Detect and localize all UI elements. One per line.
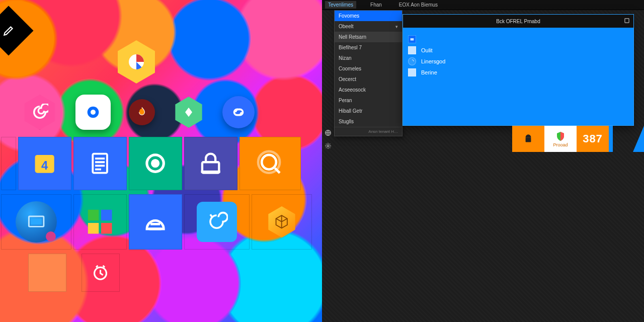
item-icon bbox=[408, 46, 416, 54]
tile-clock[interactable] bbox=[82, 254, 120, 292]
spiral-icon bbox=[31, 104, 48, 121]
svg-point-10 bbox=[262, 155, 276, 170]
dd-item-2[interactable]: Nell Retsarn bbox=[335, 32, 402, 42]
monitor-icon bbox=[25, 211, 47, 233]
menu-item-2[interactable]: EOX Aon Biemus bbox=[396, 1, 441, 9]
dd-item-6[interactable]: Oecerct bbox=[335, 74, 402, 85]
window-action-icon[interactable] bbox=[623, 17, 630, 24]
app-icon-camera[interactable] bbox=[75, 95, 111, 130]
entry-3[interactable]: Berine bbox=[408, 67, 628, 78]
target-icon bbox=[141, 149, 170, 178]
shield-icon bbox=[554, 130, 567, 142]
entry-1[interactable]: Oulit bbox=[408, 45, 628, 56]
dd-item-5[interactable]: Coomeles bbox=[335, 63, 402, 74]
app-icon-link[interactable] bbox=[222, 96, 255, 128]
tray-edge bbox=[633, 126, 644, 152]
windows-icon bbox=[86, 207, 114, 236]
tile-row-1: 4 bbox=[0, 136, 322, 191]
window-body: Oulit Linersgod Berine bbox=[403, 28, 633, 84]
window-title: Bck OFREL Prnabd bbox=[496, 19, 540, 24]
menu-item-1[interactable]: Fhan bbox=[367, 1, 385, 9]
link-icon bbox=[230, 104, 247, 121]
calendar-icon: 4 bbox=[30, 149, 59, 178]
svg-text:4: 4 bbox=[41, 158, 48, 172]
dd-footer: Ansn tenant H… bbox=[335, 127, 402, 136]
svg-point-20 bbox=[327, 145, 329, 147]
dd-item-10[interactable]: Stuglls bbox=[335, 116, 402, 127]
swirl-icon bbox=[206, 211, 227, 232]
diamond-icon bbox=[182, 105, 196, 119]
tile-drive[interactable] bbox=[129, 194, 182, 250]
svg-point-2 bbox=[91, 110, 96, 115]
pie-icon bbox=[126, 52, 146, 72]
pencil-icon bbox=[2, 24, 15, 37]
tile-spacer bbox=[1, 137, 16, 190]
item-icon bbox=[408, 68, 416, 76]
tile-target[interactable] bbox=[129, 137, 182, 190]
document-icon bbox=[86, 149, 114, 178]
app-icon-row bbox=[0, 90, 322, 135]
flame-icon bbox=[135, 106, 148, 119]
globe-icon[interactable] bbox=[324, 129, 332, 137]
svg-rect-9 bbox=[201, 171, 220, 173]
svg-rect-17 bbox=[101, 223, 112, 233]
android-icon bbox=[522, 132, 535, 145]
tile-blank[interactable] bbox=[28, 254, 66, 292]
dd-item-0[interactable]: Fovomes bbox=[335, 11, 402, 21]
svg-point-7 bbox=[152, 160, 158, 167]
entry-2[interactable]: Linersgod bbox=[408, 56, 628, 67]
tray: Prooad 387 bbox=[512, 126, 613, 152]
dd-item-9[interactable]: Hiball Getr bbox=[335, 106, 402, 116]
tile-swirl[interactable] bbox=[184, 194, 250, 250]
tile-calendar[interactable]: 4 bbox=[18, 137, 71, 190]
svg-rect-16 bbox=[88, 223, 99, 233]
tile-document[interactable] bbox=[73, 137, 127, 190]
tray-accent bbox=[609, 126, 613, 152]
svg-rect-13 bbox=[31, 218, 42, 225]
dd-item-3[interactable]: Biefihesl 7 bbox=[335, 42, 402, 53]
badge-icon bbox=[46, 231, 56, 242]
svg-rect-23 bbox=[526, 138, 531, 142]
folder-icon bbox=[408, 35, 416, 43]
tile-row-3 bbox=[0, 253, 322, 293]
dd-item-4[interactable]: Nizan bbox=[335, 53, 402, 63]
dd-item-1[interactable]: Obeelt▾ bbox=[335, 21, 402, 32]
gear-icon[interactable] bbox=[324, 142, 332, 150]
app-icon-spiral[interactable] bbox=[22, 95, 57, 130]
app-window: Bck OFREL Prnabd Oulit Linersgod Berine bbox=[403, 14, 634, 126]
svg-rect-22 bbox=[411, 38, 414, 41]
svg-rect-21 bbox=[625, 19, 629, 23]
cube-icon bbox=[273, 213, 290, 230]
tile-monitor[interactable] bbox=[1, 194, 71, 250]
app-icon-diamond[interactable] bbox=[173, 97, 204, 128]
tile-grid: 4 bbox=[0, 136, 322, 293]
lock-icon bbox=[196, 149, 225, 178]
drive-icon bbox=[141, 207, 170, 236]
clock-icon bbox=[90, 262, 111, 283]
tile-row-2 bbox=[0, 193, 322, 251]
tile-cube[interactable] bbox=[252, 194, 312, 250]
left-desktop: 4 bbox=[0, 0, 322, 322]
tile-search[interactable] bbox=[239, 137, 301, 190]
svg-rect-14 bbox=[88, 210, 99, 220]
menubar: Tevenlimes Fhan EOX Aon Biemus bbox=[322, 0, 644, 10]
svg-rect-15 bbox=[101, 210, 112, 220]
tray-number[interactable]: 387 bbox=[577, 126, 609, 152]
right-desktop: Tevenlimes Fhan EOX Aon Biemus Fovomes O… bbox=[322, 0, 644, 322]
entry-0[interactable] bbox=[408, 34, 628, 45]
tile-lock[interactable] bbox=[184, 137, 237, 190]
window-titlebar[interactable]: Bck OFREL Prnabd bbox=[403, 15, 633, 28]
camera-icon bbox=[85, 104, 102, 121]
dd-item-8[interactable]: Peran bbox=[335, 95, 402, 106]
spinner-icon bbox=[408, 57, 416, 65]
chevron-down-icon: ▾ bbox=[395, 24, 398, 29]
tile-windows[interactable] bbox=[73, 194, 127, 250]
menu-item-0[interactable]: Tevenlimes bbox=[325, 1, 356, 9]
tray-android[interactable] bbox=[512, 126, 544, 152]
dropdown-menu: Fovomes Obeelt▾ Nell Retsarn Biefihesl 7… bbox=[334, 10, 403, 136]
dd-item-7[interactable]: Acseeosock bbox=[335, 85, 402, 95]
app-icon-flame[interactable] bbox=[129, 99, 155, 125]
tray-shield[interactable]: Prooad bbox=[544, 126, 577, 152]
search-icon bbox=[254, 149, 287, 178]
